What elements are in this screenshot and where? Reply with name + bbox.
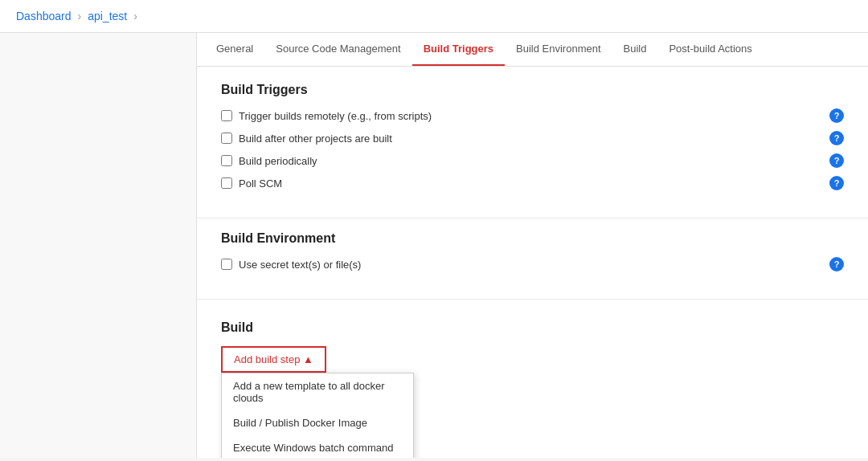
add-build-step-label: Add build step ▲	[234, 353, 313, 365]
build-triggers-section: Build Triggers Trigger builds remotely (…	[197, 67, 868, 214]
trigger-poll-help[interactable]: ?	[829, 176, 844, 190]
trigger-periodic-checkbox[interactable]	[221, 155, 232, 166]
trigger-other-checkbox[interactable]	[221, 133, 232, 144]
trigger-periodic-row: Build periodically ?	[221, 153, 844, 168]
trigger-other-help[interactable]: ?	[829, 131, 844, 145]
add-build-step-dropdown: Add a new template to all docker clouds …	[221, 373, 414, 458]
content-area: General Source Code Management Build Tri…	[197, 33, 868, 458]
trigger-poll-checkbox[interactable]	[221, 177, 232, 189]
build-environment-title: Build Environment	[221, 231, 844, 246]
trigger-remote-row: Trigger builds remotely (e.g., from scri…	[221, 108, 844, 123]
build-environment-section: Build Environment Use secret text(s) or …	[197, 231, 868, 296]
build-section: Build Add build step ▲ Add a new templat…	[197, 312, 868, 389]
breadcrumb-sep1: ›	[78, 10, 82, 22]
sidebar	[0, 33, 197, 458]
trigger-poll-row: Poll SCM ?	[221, 176, 844, 190]
use-secret-help[interactable]: ?	[829, 257, 844, 271]
tabs-bar: General Source Code Management Build Tri…	[197, 33, 868, 67]
use-secret-checkbox[interactable]	[221, 259, 232, 270]
trigger-other-row: Build after other projects are built ?	[221, 131, 844, 145]
tab-post-build[interactable]: Post-build Actions	[657, 33, 763, 66]
breadcrumb-project[interactable]: api_test	[88, 10, 127, 22]
tab-build-triggers[interactable]: Build Triggers	[412, 33, 505, 66]
build-title: Build	[221, 320, 844, 335]
add-build-step-button[interactable]: Add build step ▲	[221, 346, 326, 373]
tab-source-code[interactable]: Source Code Management	[264, 33, 411, 66]
tab-build-environment[interactable]: Build Environment	[505, 33, 612, 66]
use-secret-label: Use secret text(s) or file(s)	[239, 259, 361, 271]
breadcrumb-dashboard[interactable]: Dashboard	[16, 10, 72, 22]
use-secret-row: Use secret text(s) or file(s) ?	[221, 257, 844, 271]
trigger-other-label: Build after other projects are built	[239, 133, 392, 145]
breadcrumb-sep2: ›	[133, 10, 137, 22]
tab-build[interactable]: Build	[612, 33, 658, 66]
dropdown-item-docker-image[interactable]: Build / Publish Docker Image	[222, 410, 413, 435]
top-bar: Dashboard › api_test ›	[0, 0, 868, 33]
build-triggers-title: Build Triggers	[221, 83, 844, 97]
trigger-remote-help[interactable]: ?	[829, 108, 844, 123]
add-build-step-container: Add build step ▲ Add a new template to a…	[221, 346, 326, 373]
trigger-poll-label: Poll SCM	[239, 177, 282, 190]
dropdown-item-docker-template[interactable]: Add a new template to all docker clouds	[222, 373, 413, 410]
trigger-remote-checkbox[interactable]	[221, 110, 232, 121]
main-content: General Source Code Management Build Tri…	[0, 33, 868, 458]
trigger-remote-label: Trigger builds remotely (e.g., from scri…	[239, 110, 432, 122]
trigger-periodic-label: Build periodically	[239, 155, 317, 167]
trigger-periodic-help[interactable]: ?	[829, 153, 844, 168]
tab-general[interactable]: General	[205, 33, 264, 66]
dropdown-item-windows-batch[interactable]: Execute Windows batch command	[222, 435, 413, 458]
